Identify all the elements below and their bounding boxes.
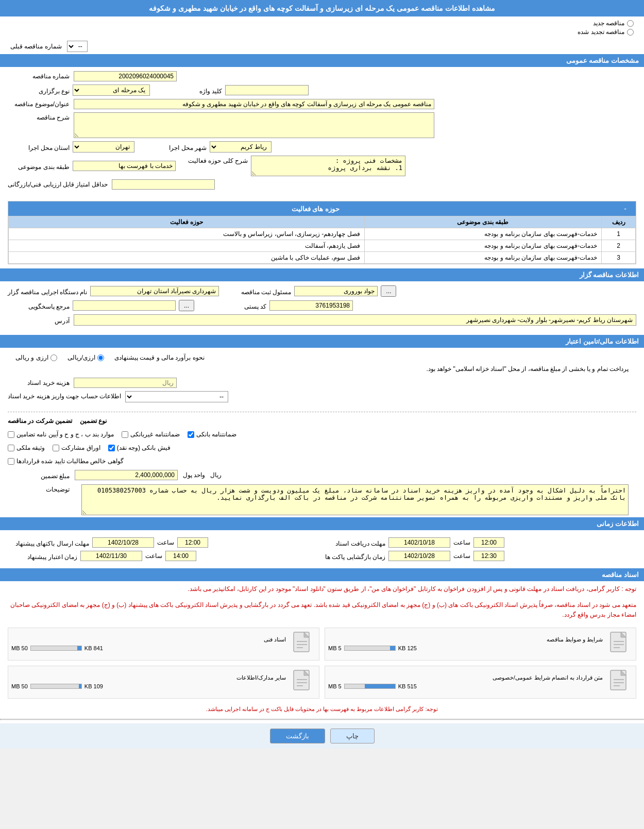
title-label: عنوان/موضوع مناقصه <box>8 99 70 108</box>
list-item: شرایط و ضوابط مناقصه 125 KB 5 MB <box>325 628 636 661</box>
organizer-header: اطلاعات مناقصه گزار <box>0 268 644 281</box>
radio-renewed[interactable] <box>627 29 634 36</box>
manager-btn[interactable]: ... <box>381 285 396 297</box>
province-label: استان محل اجرا <box>8 143 70 151</box>
guarantee-desc-label: توضیحات <box>8 484 70 493</box>
doc-progress-bar <box>344 646 396 651</box>
cb-cash[interactable] <box>108 445 115 451</box>
radio-new-label: مناقصه جدید <box>593 20 624 27</box>
radio-currency-both[interactable] <box>50 354 57 361</box>
doc-icon <box>607 631 633 657</box>
purchase-fee-input[interactable] <box>74 378 177 388</box>
address-input[interactable] <box>74 314 636 326</box>
min-score-input[interactable] <box>112 179 215 190</box>
org-name-input[interactable] <box>90 286 219 296</box>
open-date[interactable] <box>388 551 450 561</box>
manager-label: مسئول ثبت مناقصه <box>229 287 291 296</box>
doc-progress-bar <box>344 684 396 689</box>
monaghese-num-input[interactable] <box>74 71 177 81</box>
desc-label: شرح مناقصه <box>8 112 70 121</box>
cb-bonds[interactable] <box>53 445 59 451</box>
validity-time[interactable] <box>165 551 196 561</box>
area-label: شرح کلی حوزه فعالیت <box>186 156 248 164</box>
desc-textarea[interactable] <box>74 112 434 138</box>
send-time-label: ساعت <box>157 539 174 546</box>
print-button[interactable]: چاپ <box>330 729 375 743</box>
province-select[interactable]: تهران <box>73 141 134 153</box>
row-num: 2 <box>602 240 636 252</box>
monaghese-num-label: شماره مناقصه <box>8 71 70 80</box>
document-header: اسناد مناقصه <box>0 568 644 581</box>
cb-property[interactable] <box>8 445 14 451</box>
cb-non-bank[interactable] <box>122 431 128 438</box>
receive-deadline-time[interactable] <box>473 537 504 548</box>
activity-section-title: حوزه های فعالیت <box>12 205 619 213</box>
doc-info: متن قرارداد به انضمام شرایط عمومی/خصوصی … <box>328 674 603 689</box>
ref-number-select[interactable]: -- <box>67 41 88 52</box>
general-specs-header: مشخصات مناقصه عمومی <box>0 54 644 67</box>
cb-bank-guarantee[interactable] <box>188 431 194 438</box>
radio-renewed-label: مناقصه تجدید شده <box>578 28 624 36</box>
unit-value: ریال <box>210 471 222 479</box>
validity-time-label: ساعت <box>145 552 162 560</box>
area-textarea[interactable]: مشخصات فنی پروژه : 1. نقشه برداری پروژه <box>251 156 405 176</box>
table-row: 2 خدمات-فهرست بهای سازمان برنامه و بودجه… <box>9 240 636 252</box>
receive-time-label: ساعت <box>453 539 470 546</box>
open-time[interactable] <box>473 551 504 561</box>
doc-info: شرایط و ضوابط مناقصه 125 KB 5 MB <box>328 636 603 651</box>
postal-input[interactable] <box>269 300 353 311</box>
doc-size-current: 841 KB <box>84 645 103 651</box>
amount-input[interactable] <box>75 470 178 480</box>
category-input[interactable] <box>73 161 176 171</box>
type-label: نوع برگزاری <box>8 86 70 95</box>
title-input[interactable] <box>74 99 434 109</box>
row-activity: فصل چهاردهم- زیرسازی، اساس، زیراساس و با… <box>9 228 365 240</box>
keyword-input[interactable] <box>225 85 309 95</box>
row-category: خدمات-فهرست بهای سازمان برنامه و بودجه <box>364 240 601 252</box>
radio-currency-rial[interactable] <box>97 354 104 361</box>
doc-title: سایر مدارک/اطلاعات <box>11 674 286 681</box>
validity-date[interactable] <box>80 551 142 561</box>
cb-other-label: موارد بند ب ، ج و ح و آیین نامه تضامین <box>16 431 114 438</box>
list-item: سایر مدارک/اطلاعات 109 KB 50 MB <box>8 666 319 699</box>
radio-currency-both-label: ارزی و ریالی <box>15 354 48 361</box>
send-deadline-date[interactable] <box>92 537 154 548</box>
doc-progress-bar <box>30 646 82 651</box>
receive-deadline-date[interactable] <box>388 537 450 548</box>
doc-size-max: 50 MB <box>11 683 28 689</box>
row-num: 3 <box>602 252 636 264</box>
payment-method-label: نحوه برآورد مالی و قیمت پیشنهادی <box>114 354 205 361</box>
city-select[interactable]: ریاط کریم <box>210 141 272 153</box>
doc-progress-bar <box>30 684 82 689</box>
account-info-select[interactable]: -- <box>125 391 228 402</box>
doc-size-current: 109 KB <box>84 683 103 689</box>
doc-size-current: 125 KB <box>398 645 417 651</box>
table-row: 1 خدمات-فهرست بهای سازمان برنامه و بودجه… <box>9 228 636 240</box>
type-select[interactable]: یک مرحله ای <box>73 84 150 96</box>
table-row: 3 خدمات-فهرست بهای سازمان برنامه و بودجه… <box>9 252 636 264</box>
guarantee-desc[interactable]: احتراماً به دلیل اشکال به وجود آمده در و… <box>81 484 629 515</box>
back-button[interactable]: بازگشت <box>270 729 325 743</box>
cb-claims[interactable] <box>8 458 14 465</box>
ref-input[interactable] <box>73 300 176 311</box>
cb-claims-label: گواهی خالص مطالبات تایید شده قراردادها <box>16 458 124 465</box>
col-activity-header: حوزه فعالیت <box>9 216 365 228</box>
cb-other[interactable] <box>8 431 14 438</box>
doc-footer-notice: توجه: کاربر گرامی اطلاعات مربوط به فهرست… <box>0 703 644 716</box>
manager-input[interactable] <box>294 286 378 296</box>
min-score-label: حداقل امتیاز قابل ارزیابی فنی/بازرگانی <box>8 179 108 188</box>
open-date-label: زمان بازگشایی پاکت ها <box>324 552 385 561</box>
row-activity: فصل یازدهم، آسفالت <box>9 240 365 252</box>
category-label: طبقه بندی موضوعی <box>8 162 70 171</box>
radio-new[interactable] <box>627 20 634 27</box>
minus-button[interactable]: - <box>619 204 632 214</box>
ref-btn[interactable]: ... <box>179 300 194 311</box>
keyword-label: کلید واژه <box>160 86 222 95</box>
page-title: مشاهده اطلاعات مناقصه عمومی یک مرحله ای … <box>0 0 644 16</box>
account-info-label: اطلاعات حساب جهت واریز هزینه خرید اسناد <box>8 391 121 400</box>
send-deadline-time[interactable] <box>177 537 208 548</box>
col-category-header: طبقه بندی موضوعی <box>364 216 601 228</box>
postal-label: کد پستی <box>205 301 266 310</box>
row-num: 1 <box>602 228 636 240</box>
financial-header: اطلاعات مالی/تامین اعتبار <box>0 335 644 348</box>
